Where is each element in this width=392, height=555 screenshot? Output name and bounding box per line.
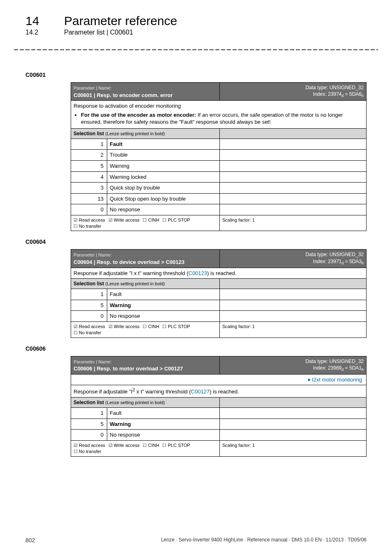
selection-key: 5 [71,161,107,172]
param-description-after: ) is reached. [207,270,237,276]
access-check: ☑ Read access [74,217,105,223]
scaling-factor: Scaling factor: 1 [220,440,367,456]
selection-list-header-row: Selection list (Lenze setting printed in… [71,128,367,139]
param-description-row: Response if adjustable "I x t" warning t… [71,268,367,279]
link-c00123[interactable]: C00123 [189,270,208,276]
access-check: ☑ Read access [74,442,105,449]
chapter-number: 14 [25,14,48,28]
selection-row: 1Fault [71,289,367,300]
selection-row: 1Fault [71,408,367,419]
selection-list-sub: (Lenze setting printed in bold) [105,281,165,286]
selection-row: 4Warning locked [71,171,367,183]
access-check: ☐ PLC STOP [162,442,190,449]
param-anchor-c00606: C00606 [25,345,367,352]
link-i2xt-motor-monitoring[interactable]: I2xt motor monitoring [312,377,362,383]
selection-blank [220,193,367,204]
selection-key: 0 [71,204,107,215]
param-anchor-c00604: C00604 [25,238,367,245]
selection-blank [220,139,367,150]
parameter-area: C00601 Parameter | Name: C00601 | Resp. … [0,52,392,457]
selection-key: 13 [71,193,107,204]
access-checks: ☑ Read access☑ Write access☐ CINH☐ PLC S… [71,440,220,456]
selection-blank [220,171,367,183]
selection-list-header: Selection list (Lenze setting printed in… [71,398,220,408]
selection-rows-c00601: 1Fault2Trouble5Warning4Warning locked3Qu… [71,139,367,215]
selection-list-header: Selection list (Lenze setting printed in… [71,279,220,289]
param-table-c00604: Parameter | Name: C00604 | Resp. to devi… [71,249,367,338]
param-name-value: C00604 | Resp. to device overload > C001… [74,259,184,265]
param-name-cell: Parameter | Name: C00606 | Resp. to moto… [71,356,220,374]
selection-list-header-blank [220,279,367,289]
subscript-h: h [362,368,364,372]
selection-list-header-row: Selection list (Lenze setting printed in… [71,398,367,408]
param-datatype: Data type: UNSIGNED_32 [306,252,364,257]
param-index: Index: 23974d = 5DA6h [313,91,364,97]
param-description-row: Response if adjustable "I2 x t" warning … [71,385,367,398]
selection-row: 1Fault [71,139,367,150]
param-name-value: C00606 | Resp. to motor overload > C0012… [74,365,183,372]
param-index-mid: = 5DA6 [344,91,362,97]
param-index-prefix: Index: 23971 [313,259,341,264]
selection-list-label: Selection list [74,281,105,287]
selection-value: No response [107,204,220,215]
param-name-label: Parameter | Name: [74,252,112,257]
selection-value: Warning [107,419,220,430]
param-datatype: Data type: UNSIGNED_32 [306,358,364,364]
selection-value: Warning locked [107,171,220,183]
selection-blank [220,419,367,430]
access-checks: ☑ Read access☑ Write access☐ CINH☐ PLC S… [71,321,220,338]
param-datatype-cell: Data type: UNSIGNED_32 Index: 23971d = 5… [220,250,367,268]
selection-blank [220,150,367,161]
selection-row: 5Warning [71,419,367,430]
selection-key: 1 [71,408,107,419]
scaling-factor: Scaling factor: 1 [220,215,367,231]
param-name-value: C00601 | Resp. to encoder comm. error [74,92,173,98]
selection-value: Fault [107,139,220,150]
selection-blank [220,289,367,300]
selection-key: 2 [71,150,107,161]
footer-doc-string: Lenze · Servo-Inverter 9400 HighLine · R… [161,537,367,543]
chapter-line: 14 Parameter reference [25,14,392,28]
table-header-row: Parameter | Name: C00601 | Resp. to enco… [71,83,367,101]
section-title: Parameter list | C00601 [64,29,133,36]
selection-blank [220,161,367,172]
table-header-row: Parameter | Name: C00606 | Resp. to moto… [71,356,367,374]
param-description-before: Response if adjustable "I [74,389,132,395]
selection-row: 5Warning [71,161,367,172]
access-check: ☐ No transfer [74,223,101,229]
access-check: ☐ CINH [143,217,159,223]
triangle-icon [308,378,311,382]
selection-value: Warning [107,161,220,172]
param-anchor-c00601: C00601 [25,72,367,78]
param-table-c00606: Parameter | Name: C00606 | Resp. to moto… [71,356,367,457]
selection-key: 0 [71,430,107,441]
selection-row: 0No response [71,204,367,215]
param-description: Response if adjustable "I x t" warning t… [71,268,367,279]
selection-blank [220,311,367,322]
selection-list-header-blank [220,398,367,408]
access-check: ☑ Write access [108,217,140,223]
page-footer: 802 Lenze · Servo-Inverter 9400 HighLine… [25,537,367,543]
scaling-factor: Scaling factor: 1 [220,321,367,338]
param-table-c00601: Parameter | Name: C00601 | Resp. to enco… [71,82,367,231]
selection-value: Fault [107,408,220,419]
param-description-row: Response to activation of encoder monito… [71,101,367,129]
param-description: Response to activation of encoder monito… [71,101,367,129]
param-name-label: Parameter | Name: [74,359,112,364]
subscript-h: h [362,261,364,265]
access-check: ☑ Write access [108,442,140,449]
selection-list-sub: (Lenze setting printed in bold) [105,400,165,405]
selection-key: 5 [71,300,107,311]
param-name-cell: Parameter | Name: C00601 | Resp. to enco… [71,83,220,101]
param-index: Index: 23971d = 5DA3h [313,259,364,264]
access-check: ☐ PLC STOP [162,217,190,223]
selection-row: 5Warning [71,300,367,311]
param-index-prefix: Index: 23974 [313,91,341,97]
selection-value: Trouble [107,150,220,161]
section-number: 14.2 [25,29,48,36]
param-datatype-cell: Data type: UNSIGNED_32 Index: 23969d = 5… [220,356,367,374]
param-description-text: Response to activation of encoder monito… [74,103,181,109]
subscript-h: h [362,94,364,98]
link-c00127[interactable]: C00127 [191,389,210,395]
selection-row: 3Quick stop by trouble [71,183,367,194]
